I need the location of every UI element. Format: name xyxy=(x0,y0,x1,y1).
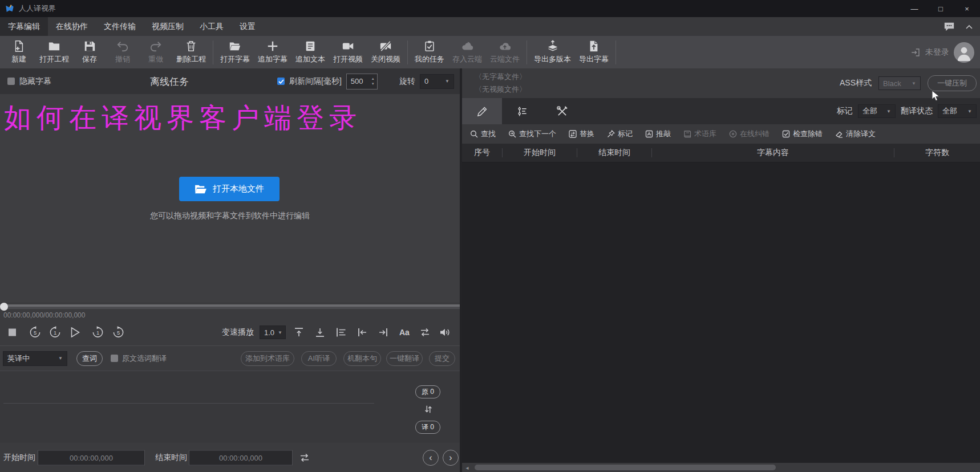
open-project-button[interactable]: 打开工程 xyxy=(35,40,73,64)
clipboard-check-icon xyxy=(423,40,436,52)
close-button[interactable]: × xyxy=(954,0,980,17)
clear-translation-button[interactable]: 清除译文 xyxy=(835,129,876,139)
next-subtitle-button[interactable]: › xyxy=(443,450,459,466)
translate-status-dropdown[interactable]: 全部 ▼ xyxy=(938,104,977,118)
termbase-button[interactable]: 术语库 xyxy=(683,129,716,139)
open-subtitle-button[interactable]: 打开字幕 xyxy=(216,40,254,64)
online-correct-button[interactable]: 在线纠错 xyxy=(729,129,770,139)
ass-style-dropdown[interactable]: Black ▼ xyxy=(878,76,921,90)
layers-export-icon xyxy=(546,40,559,52)
loop-swap-button[interactable] xyxy=(419,327,431,338)
tab-list-settings[interactable] xyxy=(502,98,542,124)
menu-online-collab[interactable]: 在线协作 xyxy=(48,17,96,36)
refine-button[interactable]: 推敲 xyxy=(645,129,671,139)
find-button[interactable]: 查找 xyxy=(470,129,496,139)
horizontal-scrollbar[interactable]: ◂ xyxy=(462,463,980,472)
one-key-translate-button[interactable]: 一键翻译 xyxy=(386,351,423,366)
scrollbar-thumb[interactable] xyxy=(475,465,776,470)
maximize-button[interactable]: □ xyxy=(928,0,954,17)
scroll-left-icon[interactable]: ◂ xyxy=(463,464,471,471)
refresh-interval-checkbox[interactable] xyxy=(277,78,285,85)
swap-times-button[interactable] xyxy=(299,452,310,463)
append-subtitle-button[interactable]: 追加字幕 xyxy=(254,40,291,64)
seek-track[interactable] xyxy=(0,304,460,309)
jump-to-end-button[interactable] xyxy=(378,327,389,338)
volume-button[interactable] xyxy=(439,327,451,338)
new-project-button[interactable]: 新建 xyxy=(2,40,35,64)
export-subtitle-button[interactable]: 导出字幕 xyxy=(575,40,613,64)
hide-subtitle-checkbox[interactable] xyxy=(7,78,15,85)
submit-button[interactable]: 提交 xyxy=(429,351,455,366)
tab-edit[interactable] xyxy=(462,98,502,124)
collapse-toolbar-icon[interactable] xyxy=(965,24,973,30)
redo-icon xyxy=(149,40,162,52)
subtitle-align-left-button[interactable] xyxy=(335,327,347,338)
undo-button[interactable]: 撤销 xyxy=(106,40,139,64)
append-text-button[interactable]: 追加文本 xyxy=(291,40,329,64)
lookup-word-button[interactable]: 查词 xyxy=(76,351,103,366)
menu-video-encode[interactable]: 视频压制 xyxy=(144,17,192,36)
menu-tools[interactable]: 小工具 xyxy=(192,17,232,36)
skip-forward-5s-button[interactable]: 5 xyxy=(112,326,125,339)
refresh-interval-spinner[interactable]: 500 ▲ ▼ xyxy=(346,74,378,89)
volume-icon xyxy=(439,327,451,338)
menu-subtitle-edit[interactable]: 字幕编辑 xyxy=(0,17,48,36)
spinner-down-icon[interactable]: ▼ xyxy=(371,82,375,86)
search-icon xyxy=(470,130,478,138)
column-end-time[interactable]: 结束时间 xyxy=(577,148,651,158)
export-multi-version-button[interactable]: 导出多版本 xyxy=(530,40,575,64)
skip-back-5s-button[interactable]: 5 xyxy=(29,326,42,339)
save-to-cloud-button[interactable]: 存入云端 xyxy=(448,40,486,64)
swap-source-target-icon[interactable] xyxy=(423,404,434,414)
prev-subtitle-button[interactable]: ‹ xyxy=(423,450,439,466)
delete-project-button[interactable]: 删除工程 xyxy=(172,40,210,64)
mark-button[interactable]: 标记 xyxy=(607,129,633,139)
mt-sentence-button[interactable]: 机翻本句 xyxy=(343,351,381,366)
speed-dropdown[interactable]: 1.0 ▼ xyxy=(260,325,286,339)
skip-forward-1s-button[interactable]: 1 xyxy=(91,326,104,339)
add-to-termbase-button[interactable]: 添加到术语库 xyxy=(241,351,294,366)
login-status[interactable]: 未登录 xyxy=(925,47,949,58)
subtitle-table-body[interactable] xyxy=(462,162,980,463)
subtitle-editor[interactable]: 原 0 译 0 xyxy=(0,371,460,443)
language-pair-dropdown[interactable]: 英译中 ▼ xyxy=(3,351,67,366)
redo-button[interactable]: 重做 xyxy=(139,40,172,64)
minimize-button[interactable]: — xyxy=(901,0,928,17)
play-button[interactable] xyxy=(71,327,80,337)
end-time-input[interactable]: 00:00:00,000 xyxy=(189,450,293,465)
menu-settings[interactable]: 设置 xyxy=(232,17,264,36)
one-key-encode-button[interactable]: 一键压制 xyxy=(928,75,977,91)
playback-time-display: 00:00:00,000/00:00:00,000 xyxy=(0,311,460,319)
open-local-file-button[interactable]: 打开本地文件 xyxy=(179,177,280,201)
column-subtitle-content[interactable]: 字幕内容 xyxy=(652,148,894,158)
find-next-button[interactable]: 查找下一个 xyxy=(508,129,556,139)
column-char-count[interactable]: 字符数 xyxy=(894,148,980,158)
tab-tools[interactable] xyxy=(542,98,582,124)
jump-to-start-button[interactable] xyxy=(357,327,368,338)
select-word-translate-checkbox[interactable] xyxy=(111,355,118,362)
rotate-dropdown[interactable]: 0 ▼ xyxy=(420,74,454,89)
avatar[interactable] xyxy=(954,42,974,63)
subtitle-align-bottom-button[interactable] xyxy=(314,327,326,338)
spinner-up-icon[interactable]: ▲ xyxy=(371,77,375,80)
skip-back-1s-button[interactable]: 1 xyxy=(48,326,62,339)
check-errors-button[interactable]: 检查除错 xyxy=(782,129,823,139)
my-tasks-button[interactable]: 我的任务 xyxy=(411,40,448,64)
start-time-input[interactable]: 00:00:00,000 xyxy=(38,450,145,465)
font-style-button[interactable]: Aa xyxy=(399,328,410,337)
mark-filter-dropdown[interactable]: 全部 ▼ xyxy=(858,104,896,118)
column-start-time[interactable]: 开始时间 xyxy=(503,148,577,158)
subtitle-align-top-button[interactable] xyxy=(293,327,305,338)
seek-bar[interactable] xyxy=(0,302,460,311)
save-button[interactable]: 保存 xyxy=(73,40,106,64)
close-video-button[interactable]: 关闭视频 xyxy=(367,40,404,64)
cloud-files-button[interactable]: 云端文件 xyxy=(486,40,524,64)
open-video-button[interactable]: 打开视频 xyxy=(329,40,367,64)
seek-handle[interactable] xyxy=(0,303,8,311)
column-index[interactable]: 序号 xyxy=(462,148,502,158)
replace-button[interactable]: 替换 xyxy=(569,129,594,139)
menu-file-transfer[interactable]: 文件传输 xyxy=(96,17,144,36)
stop-button[interactable] xyxy=(9,329,16,336)
feedback-chat-icon[interactable] xyxy=(943,22,955,32)
ai-transcribe-button[interactable]: AI听译 xyxy=(301,351,337,366)
